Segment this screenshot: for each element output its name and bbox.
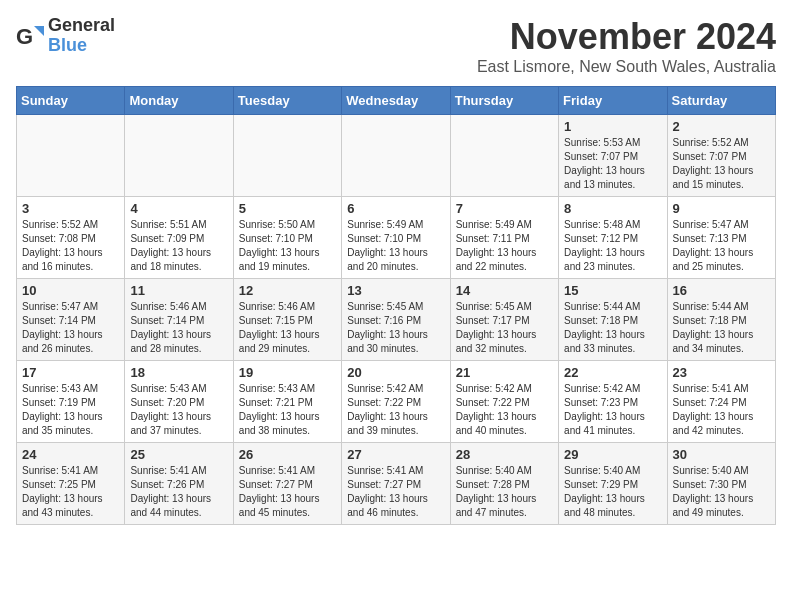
- day-number: 27: [347, 447, 444, 462]
- day-info: Sunrise: 5:43 AM Sunset: 7:20 PM Dayligh…: [130, 382, 227, 438]
- day-number: 7: [456, 201, 553, 216]
- day-info: Sunrise: 5:44 AM Sunset: 7:18 PM Dayligh…: [673, 300, 770, 356]
- day-cell: 7Sunrise: 5:49 AM Sunset: 7:11 PM Daylig…: [450, 197, 558, 279]
- day-cell: 30Sunrise: 5:40 AM Sunset: 7:30 PM Dayli…: [667, 443, 775, 525]
- day-cell: 25Sunrise: 5:41 AM Sunset: 7:26 PM Dayli…: [125, 443, 233, 525]
- day-cell: 14Sunrise: 5:45 AM Sunset: 7:17 PM Dayli…: [450, 279, 558, 361]
- day-number: 25: [130, 447, 227, 462]
- day-info: Sunrise: 5:41 AM Sunset: 7:26 PM Dayligh…: [130, 464, 227, 520]
- day-info: Sunrise: 5:40 AM Sunset: 7:29 PM Dayligh…: [564, 464, 661, 520]
- calendar-body: 1Sunrise: 5:53 AM Sunset: 7:07 PM Daylig…: [17, 115, 776, 525]
- day-number: 15: [564, 283, 661, 298]
- day-info: Sunrise: 5:48 AM Sunset: 7:12 PM Dayligh…: [564, 218, 661, 274]
- day-info: Sunrise: 5:41 AM Sunset: 7:27 PM Dayligh…: [239, 464, 336, 520]
- header-day-monday: Monday: [125, 87, 233, 115]
- week-row-0: 1Sunrise: 5:53 AM Sunset: 7:07 PM Daylig…: [17, 115, 776, 197]
- day-cell: 28Sunrise: 5:40 AM Sunset: 7:28 PM Dayli…: [450, 443, 558, 525]
- svg-marker-1: [34, 26, 44, 36]
- header-day-saturday: Saturday: [667, 87, 775, 115]
- day-number: 12: [239, 283, 336, 298]
- day-number: 8: [564, 201, 661, 216]
- week-row-1: 3Sunrise: 5:52 AM Sunset: 7:08 PM Daylig…: [17, 197, 776, 279]
- day-cell: 3Sunrise: 5:52 AM Sunset: 7:08 PM Daylig…: [17, 197, 125, 279]
- day-cell: 4Sunrise: 5:51 AM Sunset: 7:09 PM Daylig…: [125, 197, 233, 279]
- header-day-tuesday: Tuesday: [233, 87, 341, 115]
- day-info: Sunrise: 5:41 AM Sunset: 7:27 PM Dayligh…: [347, 464, 444, 520]
- day-number: 17: [22, 365, 119, 380]
- day-number: 30: [673, 447, 770, 462]
- calendar-header: SundayMondayTuesdayWednesdayThursdayFrid…: [17, 87, 776, 115]
- day-number: 29: [564, 447, 661, 462]
- day-cell: 5Sunrise: 5:50 AM Sunset: 7:10 PM Daylig…: [233, 197, 341, 279]
- day-number: 24: [22, 447, 119, 462]
- header-row: SundayMondayTuesdayWednesdayThursdayFrid…: [17, 87, 776, 115]
- day-cell: 17Sunrise: 5:43 AM Sunset: 7:19 PM Dayli…: [17, 361, 125, 443]
- day-info: Sunrise: 5:40 AM Sunset: 7:28 PM Dayligh…: [456, 464, 553, 520]
- day-info: Sunrise: 5:42 AM Sunset: 7:22 PM Dayligh…: [456, 382, 553, 438]
- header-day-wednesday: Wednesday: [342, 87, 450, 115]
- day-number: 6: [347, 201, 444, 216]
- day-number: 10: [22, 283, 119, 298]
- day-cell: 19Sunrise: 5:43 AM Sunset: 7:21 PM Dayli…: [233, 361, 341, 443]
- day-cell: [17, 115, 125, 197]
- day-cell: 26Sunrise: 5:41 AM Sunset: 7:27 PM Dayli…: [233, 443, 341, 525]
- day-info: Sunrise: 5:47 AM Sunset: 7:13 PM Dayligh…: [673, 218, 770, 274]
- day-info: Sunrise: 5:46 AM Sunset: 7:14 PM Dayligh…: [130, 300, 227, 356]
- header-day-thursday: Thursday: [450, 87, 558, 115]
- week-row-3: 17Sunrise: 5:43 AM Sunset: 7:19 PM Dayli…: [17, 361, 776, 443]
- day-cell: 6Sunrise: 5:49 AM Sunset: 7:10 PM Daylig…: [342, 197, 450, 279]
- day-number: 13: [347, 283, 444, 298]
- day-cell: 12Sunrise: 5:46 AM Sunset: 7:15 PM Dayli…: [233, 279, 341, 361]
- day-cell: [125, 115, 233, 197]
- day-cell: [450, 115, 558, 197]
- day-number: 26: [239, 447, 336, 462]
- day-number: 16: [673, 283, 770, 298]
- day-cell: 23Sunrise: 5:41 AM Sunset: 7:24 PM Dayli…: [667, 361, 775, 443]
- day-cell: 15Sunrise: 5:44 AM Sunset: 7:18 PM Dayli…: [559, 279, 667, 361]
- day-number: 1: [564, 119, 661, 134]
- day-cell: 20Sunrise: 5:42 AM Sunset: 7:22 PM Dayli…: [342, 361, 450, 443]
- header-day-sunday: Sunday: [17, 87, 125, 115]
- day-info: Sunrise: 5:42 AM Sunset: 7:23 PM Dayligh…: [564, 382, 661, 438]
- day-info: Sunrise: 5:52 AM Sunset: 7:08 PM Dayligh…: [22, 218, 119, 274]
- day-cell: 2Sunrise: 5:52 AM Sunset: 7:07 PM Daylig…: [667, 115, 775, 197]
- day-number: 28: [456, 447, 553, 462]
- day-cell: 22Sunrise: 5:42 AM Sunset: 7:23 PM Dayli…: [559, 361, 667, 443]
- day-info: Sunrise: 5:50 AM Sunset: 7:10 PM Dayligh…: [239, 218, 336, 274]
- day-cell: 9Sunrise: 5:47 AM Sunset: 7:13 PM Daylig…: [667, 197, 775, 279]
- day-number: 18: [130, 365, 227, 380]
- day-info: Sunrise: 5:47 AM Sunset: 7:14 PM Dayligh…: [22, 300, 119, 356]
- day-info: Sunrise: 5:41 AM Sunset: 7:24 PM Dayligh…: [673, 382, 770, 438]
- day-cell: 8Sunrise: 5:48 AM Sunset: 7:12 PM Daylig…: [559, 197, 667, 279]
- title-area: November 2024 East Lismore, New South Wa…: [477, 16, 776, 76]
- day-info: Sunrise: 5:45 AM Sunset: 7:17 PM Dayligh…: [456, 300, 553, 356]
- day-cell: 10Sunrise: 5:47 AM Sunset: 7:14 PM Dayli…: [17, 279, 125, 361]
- day-info: Sunrise: 5:51 AM Sunset: 7:09 PM Dayligh…: [130, 218, 227, 274]
- day-number: 4: [130, 201, 227, 216]
- day-cell: 27Sunrise: 5:41 AM Sunset: 7:27 PM Dayli…: [342, 443, 450, 525]
- day-number: 5: [239, 201, 336, 216]
- header-day-friday: Friday: [559, 87, 667, 115]
- day-cell: 18Sunrise: 5:43 AM Sunset: 7:20 PM Dayli…: [125, 361, 233, 443]
- svg-text:G: G: [16, 24, 33, 49]
- calendar-table: SundayMondayTuesdayWednesdayThursdayFrid…: [16, 86, 776, 525]
- day-cell: 21Sunrise: 5:42 AM Sunset: 7:22 PM Dayli…: [450, 361, 558, 443]
- day-info: Sunrise: 5:42 AM Sunset: 7:22 PM Dayligh…: [347, 382, 444, 438]
- day-number: 14: [456, 283, 553, 298]
- day-number: 2: [673, 119, 770, 134]
- day-number: 19: [239, 365, 336, 380]
- logo-icon: G: [16, 22, 44, 50]
- day-info: Sunrise: 5:49 AM Sunset: 7:11 PM Dayligh…: [456, 218, 553, 274]
- day-number: 23: [673, 365, 770, 380]
- day-number: 22: [564, 365, 661, 380]
- day-cell: 24Sunrise: 5:41 AM Sunset: 7:25 PM Dayli…: [17, 443, 125, 525]
- day-number: 3: [22, 201, 119, 216]
- day-info: Sunrise: 5:41 AM Sunset: 7:25 PM Dayligh…: [22, 464, 119, 520]
- day-info: Sunrise: 5:43 AM Sunset: 7:21 PM Dayligh…: [239, 382, 336, 438]
- day-cell: 29Sunrise: 5:40 AM Sunset: 7:29 PM Dayli…: [559, 443, 667, 525]
- day-info: Sunrise: 5:45 AM Sunset: 7:16 PM Dayligh…: [347, 300, 444, 356]
- day-cell: 11Sunrise: 5:46 AM Sunset: 7:14 PM Dayli…: [125, 279, 233, 361]
- day-cell: [233, 115, 341, 197]
- month-title: November 2024: [477, 16, 776, 58]
- day-info: Sunrise: 5:43 AM Sunset: 7:19 PM Dayligh…: [22, 382, 119, 438]
